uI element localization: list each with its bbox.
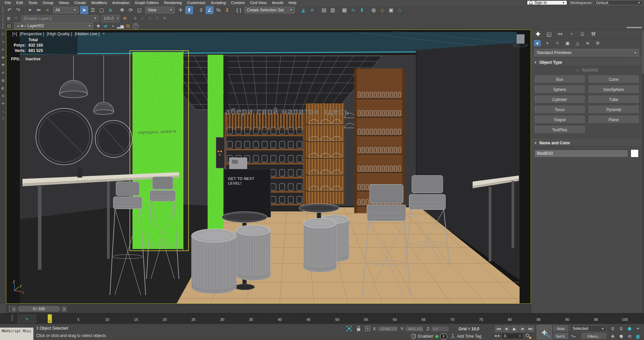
menu-item[interactable]: Tools [25,1,40,5]
panel-scrollbar[interactable] [642,30,644,313]
select-and-move-icon[interactable]: ✥ [118,6,126,14]
viewport-tool-gear-icon[interactable]: ⚙ [1,70,5,75]
current-frame-field[interactable]: 0 ▲▼ [502,333,523,339]
menu-item[interactable]: Edit [14,1,26,5]
z-coordinate-field[interactable]: 0,0 [431,326,449,332]
bind-to-space-warp-icon[interactable]: ≈ [43,6,51,14]
align-icon[interactable]: ≡ [308,6,316,14]
zoom-all-icon[interactable]: ⚲ [618,325,625,332]
key-filters-dropdown[interactable]: Selected▼ [570,325,606,332]
mirror-icon[interactable]: ◭ [300,6,308,14]
viewport-tool-select-icon[interactable]: ➤ [1,47,5,52]
add-to-active-layer-icon[interactable]: ✚ [95,23,102,29]
create-new-layer-icon[interactable]: ≙ [13,15,19,21]
display-tab-icon[interactable]: ⌸ [579,31,586,38]
menu-item[interactable]: Group [40,1,56,5]
previous-frame-button[interactable]: < [11,306,17,312]
primitive-button[interactable]: Sphere [535,86,585,93]
redo-icon[interactable]: ↷ [14,6,22,14]
walk-through-icon[interactable]: ⚉ [618,333,625,340]
window-crossing-icon[interactable]: ⧈ [106,6,114,14]
menu-item[interactable]: Help [286,1,299,5]
viewport-layout-tab-icon[interactable]: ◰ [1,32,5,36]
modify-tab-icon[interactable]: ◱ [546,31,552,38]
manage-layer-states-icon[interactable]: ⚙ [121,15,128,21]
zoom-region-icon[interactable]: ⌖ [634,325,642,332]
key-filters-button[interactable]: Filters... [582,333,606,339]
schematic-view-icon[interactable]: ⬇ [358,6,366,14]
x-coordinate-field[interactable]: -42498,172 [378,326,397,332]
edit-named-selection-sets-icon[interactable]: {·} [235,6,243,14]
curve-editor-icon[interactable]: ∿ [349,6,357,14]
name-color-rollout-header[interactable]: ▼ Name and Color ⋮⋮⋮ [531,139,642,147]
hierarchy-tab-icon[interactable]: ⚯ [557,31,564,38]
freeze-layer-icon[interactable]: ❋ [161,15,168,21]
menu-item[interactable]: Rendering [161,1,184,5]
layer-flag-icon[interactable]: ✱ [20,24,23,28]
unlink-selection-icon[interactable]: ⚮ [35,6,43,14]
lights-button-icon[interactable]: ⍟ [554,40,561,46]
layer-list-toggle-icon[interactable]: ⊡ [5,22,13,30]
time-slider-value[interactable]: 0 / 100 [17,306,60,312]
primitive-button[interactable]: GeoSphere [589,86,639,93]
render-setup-icon[interactable]: ♨ [378,6,386,14]
primitive-button[interactable]: Cone [589,76,639,83]
primitive-button[interactable]: Tube [589,96,639,103]
go-to-start-icon[interactable]: |◀◀ [494,325,502,333]
previous-key-icon[interactable]: ◀ [494,334,496,337]
object-type-rollout-header[interactable]: ▼ Object Type ⋮⋮⋮ [531,58,642,66]
rendered-frame-window-icon[interactable]: ▣ [387,6,395,14]
toggle-set-key-mode-button[interactable]: ✚ [537,325,552,340]
systems-button-icon[interactable]: ⚙ [594,40,601,46]
menu-item[interactable]: Customize [184,1,208,5]
toolbar-grip[interactable] [2,15,4,21]
primitive-button[interactable]: Cylinder [535,96,585,103]
render-production-icon[interactable]: ♨ [396,6,404,14]
viewport-tool-grid-icon[interactable]: ▦ [1,78,5,83]
toolbar-grip[interactable] [2,23,4,29]
maximize-viewport-toggle-icon[interactable]: ▦ [634,333,642,340]
layer-opacity-spinner[interactable]: 100,0 ▲▼ [101,15,120,22]
zoom-icon[interactable]: ⚲ [609,325,616,332]
layer-statistics-icon[interactable]: ▂▅ [117,23,124,29]
rectangular-selection-region-icon[interactable]: ▢ [98,6,106,14]
workspace-dropdown[interactable]: Default▼ [594,0,643,5]
viewport-quality-label[interactable]: [High Quality ] [47,32,72,36]
spinner-snap-icon[interactable]: ⇕ [223,6,231,14]
geometry-button-icon[interactable]: ● [534,40,541,46]
object-color-swatch[interactable] [631,149,639,157]
pan-view-icon[interactable]: ✥ [609,333,616,340]
select-objects-in-layer-icon[interactable]: ⌗ [139,15,146,21]
maxscript-mini-listener[interactable]: MAXScript Mini [0,328,34,340]
isolate-selection-icon[interactable] [346,326,352,331]
snaps-toggle-icon[interactable]: 3 [197,6,205,14]
utilities-tab-icon[interactable]: ⚒ [590,31,597,38]
help-icon[interactable]: ? [133,23,139,29]
time-slider-handle[interactable]: 0 [48,314,52,323]
go-to-end-icon[interactable]: ▶▶| [527,325,535,333]
menu-item[interactable]: Modifiers [89,1,110,5]
active-layer-dropdown[interactable]: ➟✱▪ Layer002 ▼ [14,22,93,29]
select-and-rotate-icon[interactable]: ⟳ [127,6,135,14]
viewport-tool-half-icon[interactable]: ◧ [1,86,5,90]
undo-icon[interactable]: ↶ [5,6,13,14]
layer-flag-icon[interactable]: ▪ [24,24,26,28]
reference-coordinate-dropdown[interactable]: View▼ [145,7,175,13]
primitive-button[interactable]: Box [535,76,585,83]
toggle-layer-explorer-icon[interactable]: ≣ [5,15,12,21]
primitive-button[interactable]: Teapot [535,116,585,124]
shield-icon[interactable] [411,334,416,339]
primitive-button[interactable]: Plane [589,116,639,124]
viewport-filter-icon[interactable]: ▼ [102,32,105,36]
primitive-button[interactable]: Torus [535,106,585,113]
previous-frame-icon[interactable]: ◀|| [502,325,511,333]
spinner-arrows-icon[interactable]: ▲▼ [116,17,120,20]
select-object-icon[interactable]: ➤ [80,6,88,14]
toggle-ribbon-icon[interactable]: ▦ [340,6,348,14]
set-key-button[interactable]: Set K. [553,333,568,339]
delete-layer-icon[interactable]: ♺ [147,15,153,21]
menu-item[interactable]: Views [56,1,71,5]
default-in-out-tangents-icon[interactable]: ∿▾ [571,334,576,339]
layer-properties-icon[interactable]: ⎗ [154,15,161,21]
material-editor-icon[interactable]: ◍ [370,6,378,14]
